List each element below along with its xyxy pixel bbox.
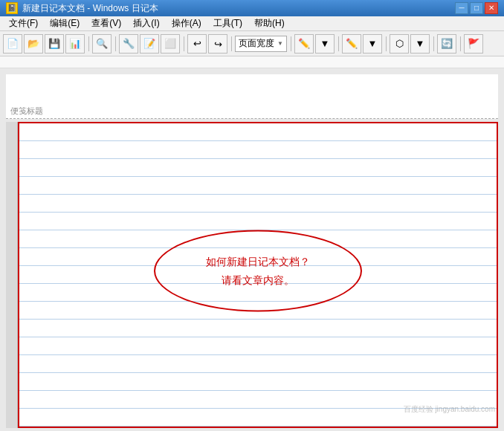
page-scroll: 如何新建日记本文档？ 请看文章内容。 <box>0 119 504 431</box>
main-area: 便笺标题 如何新建日记本文档？ 请看文章内容。 百度经验 jingyan.bai… <box>0 68 504 431</box>
flag-button[interactable]: 🚩 <box>464 34 483 54</box>
tools-button[interactable]: 🔧 <box>119 34 138 54</box>
toolbar-sep-6 <box>336 34 340 54</box>
toolbar-sep-8 <box>431 34 436 54</box>
maximize-button[interactable]: □ <box>470 2 483 14</box>
window-title: 新建日记本文档 - Windows 日记本 <box>22 2 455 15</box>
open-button[interactable]: 📂 <box>24 34 43 54</box>
lasso-button[interactable]: 🔄 <box>437 34 456 54</box>
menu-insert[interactable]: 插入(I) <box>127 16 165 31</box>
envelope-label: 便笺标题 <box>10 106 43 117</box>
pen-button[interactable]: ✏️ <box>294 34 314 54</box>
left-margin <box>6 122 18 428</box>
minimize-button[interactable]: ─ <box>455 2 468 14</box>
toolbar-sep-2 <box>113 34 117 54</box>
menu-bar: 文件(F) 编辑(E) 查看(V) 插入(I) 操作(A) 工具(T) 帮助(H… <box>0 16 504 31</box>
redo-button[interactable]: ↩ <box>208 34 227 54</box>
toolbar-sep-4 <box>229 34 233 54</box>
window-controls: ─ □ ✕ <box>455 2 498 14</box>
app-icon: 📓 <box>6 2 18 14</box>
title-bar: 📓 新建日记本文档 - Windows 日记本 ─ □ ✕ <box>0 0 504 16</box>
envelope-header: 便笺标题 <box>6 74 498 119</box>
ruler <box>0 56 504 68</box>
menu-tools[interactable]: 工具(T) <box>207 16 248 31</box>
toolbar-sep-3 <box>181 34 186 54</box>
annotation-ellipse: 如何新建日记本文档？ 请看文章内容。 <box>154 230 362 312</box>
view-dropdown-label: 页面宽度 <box>239 37 274 50</box>
find-button[interactable]: 🔍 <box>92 34 112 54</box>
eraser-button[interactable]: ⬡ <box>390 34 409 54</box>
annotation-line2: 请看文章内容。 <box>222 271 294 290</box>
view-dropdown[interactable]: 页面宽度 <box>235 36 287 52</box>
rect-button[interactable]: ⬜ <box>161 34 180 54</box>
format-button[interactable]: 📝 <box>140 34 159 54</box>
menu-edit[interactable]: 编辑(E) <box>44 16 85 31</box>
toolbar-sep-7 <box>384 34 388 54</box>
page-body[interactable]: 如何新建日记本文档？ 请看文章内容。 <box>18 122 498 428</box>
toolbar-sep-1 <box>86 34 91 54</box>
eraser-style-button[interactable]: ▼ <box>410 34 430 54</box>
export-button[interactable]: 📊 <box>65 34 85 54</box>
close-button[interactable]: ✕ <box>485 2 498 14</box>
save-button[interactable]: 💾 <box>45 34 64 54</box>
menu-view[interactable]: 查看(V) <box>85 16 127 31</box>
watermark: 百度经验 jingyan.baidu.com <box>404 404 495 415</box>
toolbar-sep-9 <box>458 34 462 54</box>
toolbar: 📄 📂 💾 📊 🔍 🔧 📝 ⬜ ↩ ↩ 页面宽度 ✏️ ▼ ✏️ ▼ ⬡ ▼ 🔄… <box>0 31 504 56</box>
pen-style-button[interactable]: ▼ <box>315 34 335 54</box>
highlighter-button[interactable]: ✏️ <box>342 34 361 54</box>
highlighter-style-button[interactable]: ▼ <box>363 34 382 54</box>
new-button[interactable]: 📄 <box>3 34 22 54</box>
annotation-line1: 如何新建日记本文档？ <box>206 252 310 270</box>
menu-help[interactable]: 帮助(H) <box>248 16 291 31</box>
menu-file[interactable]: 文件(F) <box>3 16 44 31</box>
undo-button[interactable]: ↩ <box>187 34 207 54</box>
toolbar-sep-5 <box>288 34 293 54</box>
menu-action[interactable]: 操作(A) <box>166 16 207 31</box>
